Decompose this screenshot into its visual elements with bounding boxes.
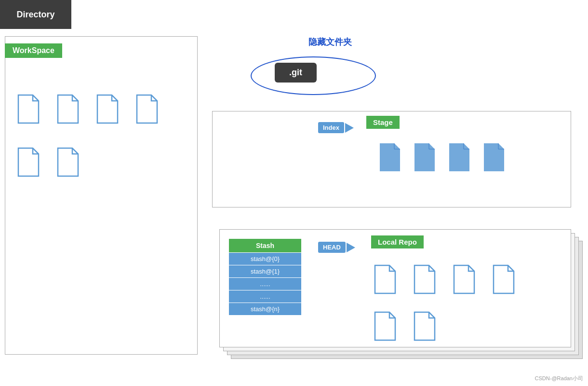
stash-box: Stash stash@{0} stash@{1} ...... ...... … bbox=[229, 239, 301, 315]
localrepo-file-5 bbox=[371, 311, 396, 341]
stash-row-1: stash@{1} bbox=[229, 265, 301, 277]
header-title: Directory bbox=[16, 10, 54, 20]
stage-file-1 bbox=[376, 142, 401, 172]
svg-marker-9 bbox=[484, 143, 504, 171]
stage-files bbox=[376, 142, 505, 172]
head-arrow-shape bbox=[347, 243, 355, 252]
localrepo-label: Local Repo bbox=[371, 235, 424, 248]
workspace-file-3 bbox=[94, 94, 119, 124]
stage-file-3 bbox=[445, 142, 470, 172]
stage-file-4 bbox=[480, 142, 505, 172]
svg-marker-15 bbox=[414, 312, 435, 340]
svg-marker-11 bbox=[414, 265, 435, 293]
workspace-files-row2 bbox=[14, 147, 79, 177]
localrepo-file-3 bbox=[450, 264, 475, 294]
svg-marker-8 bbox=[449, 143, 469, 171]
svg-marker-13 bbox=[494, 265, 514, 293]
workspace-files-row1 bbox=[14, 94, 158, 124]
workspace-box bbox=[5, 36, 198, 355]
stage-file-2 bbox=[411, 142, 436, 172]
svg-marker-14 bbox=[375, 312, 395, 340]
svg-marker-0 bbox=[18, 95, 39, 123]
stash-row-n: stash@{n} bbox=[229, 303, 301, 315]
localrepo-file-4 bbox=[490, 264, 515, 294]
workspace-file-2 bbox=[54, 94, 79, 124]
workspace-file-1 bbox=[14, 94, 40, 124]
svg-marker-5 bbox=[58, 148, 78, 176]
localrepo-files-row1 bbox=[371, 264, 515, 294]
stash-row-dots-2: ...... bbox=[229, 290, 301, 303]
stage-label: Stage bbox=[366, 116, 400, 129]
svg-marker-7 bbox=[414, 143, 435, 171]
localrepo-file-1 bbox=[371, 264, 396, 294]
watermark: CSDN-@Radan小司 bbox=[535, 375, 583, 382]
localrepo-file-6 bbox=[411, 311, 436, 341]
head-arrow-label: HEAD bbox=[318, 242, 346, 253]
svg-marker-10 bbox=[375, 265, 395, 293]
stash-header: Stash bbox=[229, 239, 301, 252]
right-area: 隐藏文件夹 .git Stage Index Local Repo HEAD bbox=[212, 36, 578, 355]
stash-row-dots-1: ...... bbox=[229, 277, 301, 290]
hidden-folder-label: 隐藏文件夹 bbox=[308, 36, 352, 48]
svg-marker-4 bbox=[18, 148, 39, 176]
index-arrow: Index bbox=[318, 122, 354, 133]
stash-row-0: stash@{0} bbox=[229, 252, 301, 265]
header-bar: Directory bbox=[0, 0, 71, 29]
svg-marker-3 bbox=[137, 95, 157, 123]
index-arrow-shape bbox=[345, 123, 354, 133]
svg-marker-6 bbox=[380, 143, 400, 171]
head-arrow: HEAD bbox=[318, 242, 355, 253]
index-arrow-label: Index bbox=[318, 122, 344, 133]
localrepo-files-row2 bbox=[371, 311, 436, 341]
workspace-file-6 bbox=[54, 147, 79, 177]
workspace-label: WorkSpace bbox=[5, 43, 62, 58]
workspace-file-5 bbox=[14, 147, 40, 177]
localrepo-file-2 bbox=[411, 264, 436, 294]
git-box: .git bbox=[275, 63, 317, 83]
svg-marker-12 bbox=[454, 265, 474, 293]
svg-marker-1 bbox=[58, 95, 78, 123]
svg-marker-2 bbox=[97, 95, 118, 123]
workspace-file-4 bbox=[133, 94, 158, 124]
